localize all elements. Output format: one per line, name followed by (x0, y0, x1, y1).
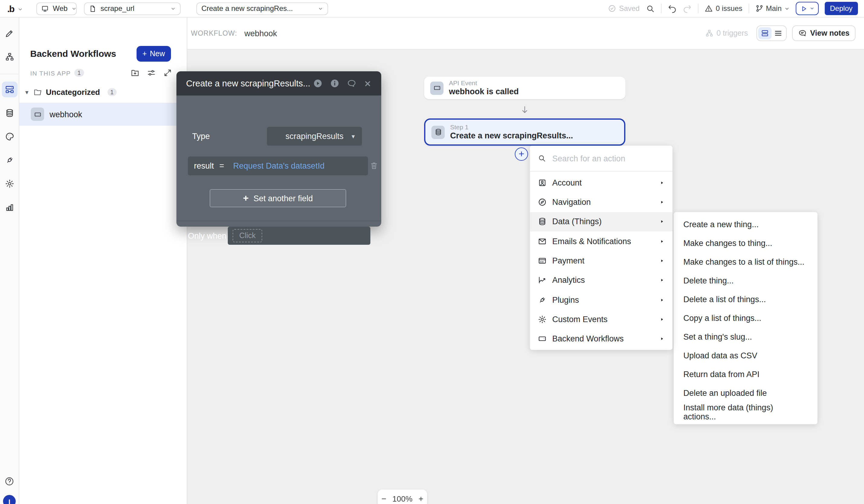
set-another-field-button[interactable]: + Set another field (209, 189, 346, 207)
type-dropdown[interactable]: scrapingResults ▼ (267, 127, 362, 146)
run-play-icon[interactable] (313, 79, 323, 88)
submenu-return-data-from-api[interactable]: Return data from API (674, 365, 817, 384)
preview-button[interactable] (795, 2, 818, 15)
submenu-action-label: Delete a list of things... (683, 295, 766, 304)
action-search-row (530, 146, 672, 172)
caret-right-icon (659, 336, 664, 342)
caret-right-icon (659, 238, 664, 244)
branch-selector[interactable]: Main (755, 4, 789, 13)
bubble-logo[interactable]: .b (7, 3, 14, 14)
new-workflow-button[interactable]: + New (136, 46, 171, 62)
info-icon[interactable] (330, 79, 339, 88)
submenu-install-more-data-things-actions[interactable]: Install more data (things) actions... (674, 403, 817, 421)
filter-sliders-icon[interactable] (147, 68, 156, 77)
chevron-down-icon (171, 6, 176, 11)
dialog-body: Type scrapingResults ▼ result = Request … (177, 95, 381, 227)
rail-item-plugins[interactable] (1, 152, 17, 168)
page-dropdown[interactable]: scrape_url (84, 2, 181, 15)
action-category-data-things[interactable]: Data (Things) (530, 212, 672, 231)
workflow-header-label: WORKFLOW: (191, 29, 237, 37)
chat-widget-button[interactable]: I (3, 495, 16, 504)
action-properties-dialog: Create a new scrapingResults... Type scr… (177, 71, 381, 227)
submenu-action-label: Make changes to a list of things... (683, 257, 804, 266)
only-when-placeholder[interactable]: Click (232, 229, 262, 242)
rail-item-settings[interactable] (1, 176, 17, 192)
zoom-out-button[interactable]: − (381, 494, 386, 503)
action-category-plugins[interactable]: Plugins (530, 290, 672, 310)
action-category-analytics[interactable]: Analytics (530, 271, 672, 290)
submenu-make-changes-to-thing[interactable]: Make changes to thing... (674, 234, 817, 253)
action-category-custom-events[interactable]: Custom Events (530, 310, 672, 329)
event-card-api-event[interactable]: API Event webhook is called (424, 77, 625, 99)
rail-item-data[interactable] (1, 105, 17, 121)
submenu-delete-an-uploaded-file[interactable]: Delete an uploaded file (674, 384, 817, 403)
submenu-delete-a-list-of-things[interactable]: Delete a list of things... (674, 290, 817, 309)
logo-chevron-down-icon[interactable] (18, 7, 23, 12)
card-view-toggle[interactable] (758, 27, 771, 39)
deploy-button[interactable]: Deploy (825, 2, 858, 15)
help-icon (4, 476, 14, 487)
workflow-list-item-webhook[interactable]: webhook (19, 103, 187, 126)
folder-row-uncategorized[interactable]: ▼ Uncategorized 1 (24, 88, 117, 97)
rail-item-logs[interactable] (1, 200, 17, 215)
zoom-in-button[interactable]: + (418, 494, 423, 503)
rail-item-pages[interactable] (1, 49, 17, 65)
submenu-copy-a-list-of-things[interactable]: Copy a list of things... (674, 309, 817, 327)
list-view-toggle[interactable] (771, 27, 785, 39)
help-button[interactable] (4, 476, 14, 487)
mode-dropdown[interactable]: Web (37, 2, 77, 15)
undo-icon[interactable] (667, 4, 676, 13)
submenu-action-label: Upload data as CSV (683, 351, 757, 360)
chevron-down-icon (784, 6, 789, 11)
add-folder-icon[interactable] (131, 68, 140, 77)
submenu-action-label: Create a new thing... (683, 220, 758, 229)
caret-right-icon (659, 297, 664, 302)
palette-icon (4, 132, 14, 141)
action-category-emails-notifications[interactable]: Emails & Notifications (530, 231, 672, 251)
action-category-payment[interactable]: Payment (530, 251, 672, 271)
trash-icon[interactable] (370, 161, 378, 170)
action-category-account[interactable]: Account (530, 173, 672, 192)
divider (0, 74, 19, 74)
submenu-action-label: Copy a list of things... (683, 314, 761, 323)
category-label: Data (Things) (552, 217, 602, 226)
rail-item-design[interactable] (1, 25, 17, 41)
rail-item-backend-workflows[interactable] (1, 82, 17, 97)
step-card-1-selected[interactable]: Step 1 Create a new scrapingResults... (424, 118, 625, 146)
caret-down-icon[interactable]: ▼ (24, 89, 29, 95)
dialog-header[interactable]: Create a new scrapingResults... (177, 71, 381, 95)
caret-right-icon (659, 258, 664, 263)
action-search-input[interactable] (551, 153, 656, 164)
action-category-navigation[interactable]: Navigation (530, 192, 672, 212)
workflow-card-icon (31, 108, 44, 121)
field-assignment-row[interactable]: result = Request Data's datasetId (188, 157, 368, 175)
comment-icon[interactable] (347, 79, 357, 88)
close-icon[interactable] (364, 80, 372, 87)
search-icon[interactable] (646, 4, 655, 13)
redo-icon[interactable] (682, 4, 692, 13)
category-label: Plugins (552, 295, 579, 304)
section-label: IN THIS APP (30, 69, 71, 76)
submenu-set-a-thing-s-slug[interactable]: Set a thing's slug... (674, 327, 817, 346)
issues-indicator[interactable]: 0 issues (704, 4, 742, 13)
add-step-button[interactable]: + (515, 147, 528, 161)
api-event-icon (430, 81, 443, 95)
section-count-badge: 1 (74, 69, 84, 77)
step-title: Create a new scrapingResults... (450, 131, 573, 141)
data-action-icon (431, 125, 445, 139)
list-icon (774, 29, 782, 37)
rail-item-styles[interactable] (1, 129, 17, 144)
submenu-create-a-new-thing[interactable]: Create a new thing... (674, 215, 817, 234)
divider (698, 4, 698, 13)
field-value-expression[interactable]: Request Data's datasetId (233, 161, 324, 170)
saved-status: Saved (608, 4, 639, 13)
view-notes-button[interactable]: View notes (792, 25, 855, 41)
action-category-backend-workflows[interactable]: Backend Workflows (530, 329, 672, 349)
expand-icon[interactable] (163, 68, 172, 77)
only-when-input[interactable]: Click (228, 227, 370, 245)
submenu-delete-thing[interactable]: Delete thing... (674, 271, 817, 290)
submenu-make-changes-to-a-list-of-things[interactable]: Make changes to a list of things... (674, 253, 817, 271)
nav-rail: I (0, 17, 19, 504)
element-dropdown[interactable]: Create a new scrapingRes... (197, 2, 328, 15)
submenu-upload-data-as-csv[interactable]: Upload data as CSV (674, 346, 817, 365)
